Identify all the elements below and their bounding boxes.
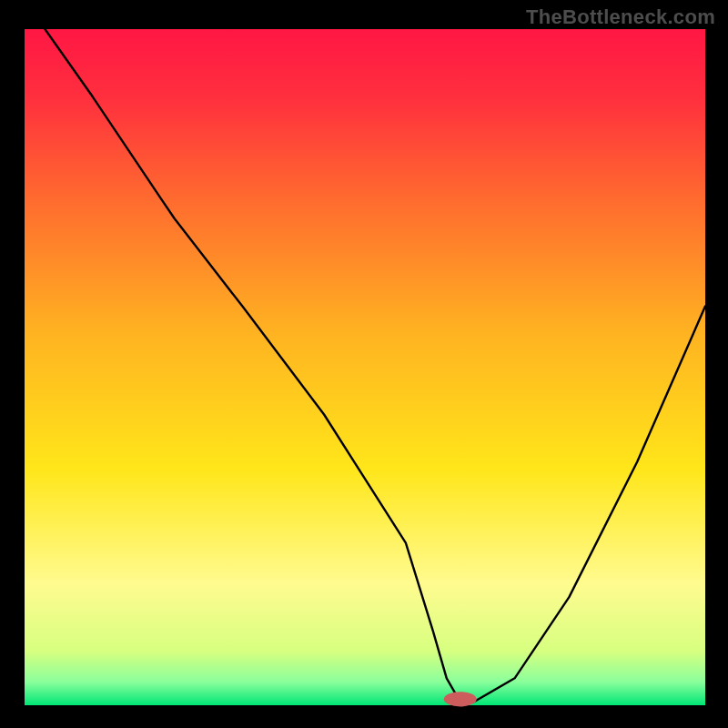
bottleneck-chart — [0, 0, 728, 728]
gradient-background — [25, 29, 705, 705]
watermark-text: TheBottleneck.com — [526, 5, 715, 29]
minimum-marker — [444, 692, 477, 706]
chart-frame: TheBottleneck.com — [0, 0, 728, 728]
